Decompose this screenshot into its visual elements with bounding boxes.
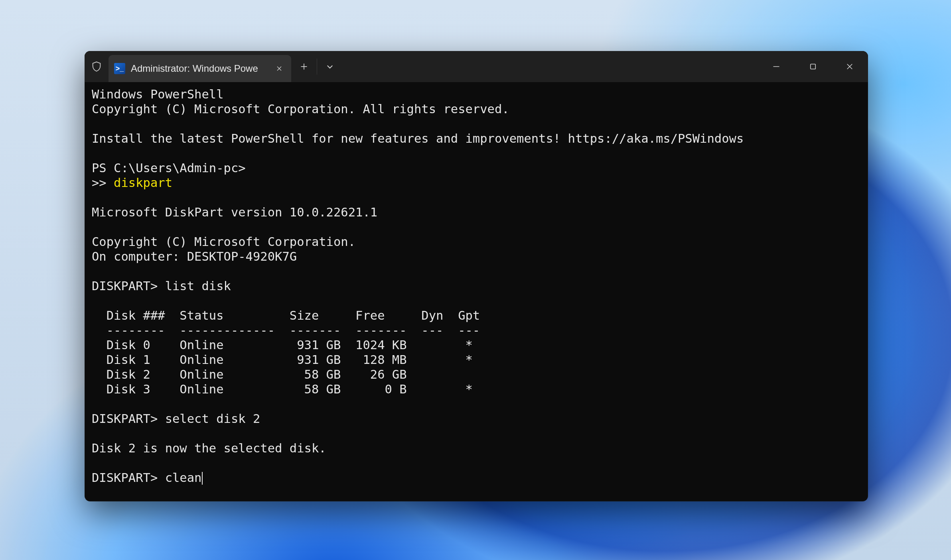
- diskpart-prompt: DISKPART>: [92, 412, 165, 426]
- command-list-disk: list disk: [165, 279, 231, 293]
- table-rule: -------- ------------- ------- ------- -…: [92, 323, 480, 337]
- table-row: Disk 3 Online 58 GB 0 B *: [92, 382, 473, 396]
- line: Windows PowerShell: [92, 87, 224, 101]
- diskpart-prompt: DISKPART>: [92, 279, 165, 293]
- line: Copyright (C) Microsoft Corporation.: [92, 235, 355, 249]
- terminal-window: >_ Administrator: Windows Powe: [85, 51, 868, 501]
- table-row: Disk 1 Online 931 GB 128 MB *: [92, 353, 473, 367]
- text-cursor: [202, 472, 203, 485]
- command-clean: clean: [165, 471, 202, 485]
- tab-powershell[interactable]: >_ Administrator: Windows Powe: [109, 55, 291, 82]
- command-diskpart: diskpart: [114, 176, 172, 190]
- line: Install the latest PowerShell for new fe…: [92, 132, 744, 145]
- maximize-button[interactable]: [795, 51, 831, 82]
- tabstrip-controls: [291, 51, 343, 82]
- svg-rect-5: [811, 64, 816, 69]
- table-row: Disk 2 Online 58 GB 26 GB: [92, 367, 407, 381]
- tab-close-button[interactable]: [273, 62, 286, 75]
- table-header: Disk ### Status Size Free Dyn Gpt: [92, 308, 480, 322]
- diskpart-prompt: DISKPART>: [92, 471, 165, 485]
- close-button[interactable]: [831, 51, 868, 82]
- line: Disk 2 is now the selected disk.: [92, 441, 326, 455]
- line: Microsoft DiskPart version 10.0.22621.1: [92, 205, 377, 219]
- minimize-button[interactable]: [758, 51, 795, 82]
- terminal-output[interactable]: Windows PowerShell Copyright (C) Microso…: [85, 82, 868, 492]
- prompt: PS C:\Users\Admin-pc>: [92, 161, 246, 175]
- continuation-prefix: >>: [92, 176, 114, 190]
- line: On computer: DESKTOP-4920K7G: [92, 250, 297, 263]
- tab-title: Administrator: Windows Powe: [131, 63, 258, 74]
- command-select-disk: select disk 2: [165, 412, 260, 426]
- titlebar[interactable]: >_ Administrator: Windows Powe: [85, 51, 868, 82]
- powershell-icon: >_: [114, 63, 125, 74]
- tab-dropdown-button[interactable]: [317, 51, 343, 82]
- shield-icon: [85, 51, 109, 82]
- window-caption-controls: [758, 51, 868, 82]
- new-tab-button[interactable]: [291, 51, 317, 82]
- table-row: Disk 0 Online 931 GB 1024 KB *: [92, 338, 473, 352]
- line: Copyright (C) Microsoft Corporation. All…: [92, 102, 509, 116]
